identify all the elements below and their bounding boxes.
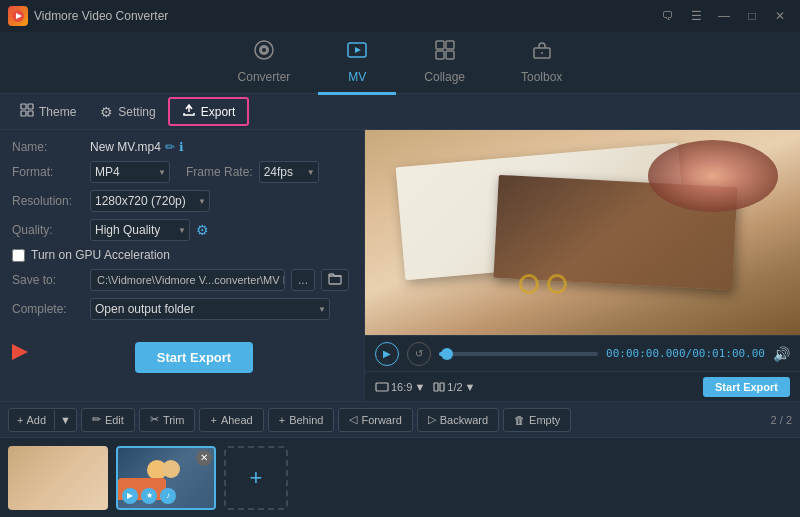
fps-select[interactable]: 24fps 25fps 30fps xyxy=(259,161,319,183)
svg-marker-6 xyxy=(355,47,361,53)
edit-label: Edit xyxy=(105,414,124,426)
trim-icon: ✂ xyxy=(150,413,159,426)
add-button[interactable]: + Add ▼ xyxy=(8,408,77,432)
add-btn-main[interactable]: + Add xyxy=(9,410,54,430)
name-info-icon[interactable]: ℹ xyxy=(179,140,184,154)
preview-panel xyxy=(365,130,800,335)
thumb2-icons: ▶ ★ ♪ xyxy=(122,488,176,504)
trim-button[interactable]: ✂ Trim xyxy=(139,408,196,432)
ahead-button[interactable]: + Ahead xyxy=(199,408,263,432)
add-label: Add xyxy=(26,414,46,426)
collage-label: Collage xyxy=(424,70,465,84)
preview-background xyxy=(365,130,800,335)
edit-button[interactable]: ✏ Edit xyxy=(81,408,135,432)
saveto-folder-button[interactable] xyxy=(321,269,349,291)
name-edit-icon[interactable]: ✏ xyxy=(165,140,175,154)
thumb-music-icon: ♪ xyxy=(160,488,176,504)
complete-select-wrapper: Open output folder Do nothing Shutdown xyxy=(90,298,330,320)
quality-select[interactable]: High Quality Medium Quality Low Quality xyxy=(90,219,190,241)
close-btn[interactable]: ✕ xyxy=(768,6,792,26)
titlebar: Vidmore Video Converter 🗨 ☰ — □ ✕ xyxy=(0,0,800,32)
menu-btn[interactable]: ☰ xyxy=(684,6,708,26)
content-area: Name: New MV.mp4 ✏ ℹ Format: MP4 AVI MOV… xyxy=(0,130,800,401)
saveto-dots-button[interactable]: ... xyxy=(291,269,315,291)
complete-label: Complete: xyxy=(12,302,84,316)
mv-icon xyxy=(346,39,368,66)
resolution-select[interactable]: 1280x720 (720p) 1920x1080 (1080p) 854x48… xyxy=(90,190,210,212)
behind-label: Behind xyxy=(289,414,323,426)
quality-row: Quality: High Quality Medium Quality Low… xyxy=(12,219,352,241)
format-select[interactable]: MP4 AVI MOV xyxy=(90,161,170,183)
ratio-button[interactable]: 16:9 ▼ xyxy=(375,381,425,393)
clip-chevron: ▼ xyxy=(465,381,476,393)
preview-wedding-cards xyxy=(365,130,800,335)
empty-button[interactable]: 🗑 Empty xyxy=(503,408,571,432)
format-select-wrapper: MP4 AVI MOV xyxy=(90,161,170,183)
nav-collage[interactable]: Collage xyxy=(396,31,493,95)
ratio-chevron: ▼ xyxy=(414,381,425,393)
timeline-thumb-2[interactable]: ▶ ★ ♪ ✕ xyxy=(116,446,216,510)
minimize-btn[interactable]: — xyxy=(712,6,736,26)
nav-toolbox[interactable]: Toolbox xyxy=(493,31,590,95)
add-clip-button[interactable]: + xyxy=(224,446,288,510)
format-label: Format: xyxy=(12,165,84,179)
titlebar-controls: 🗨 ☰ — □ ✕ xyxy=(656,6,792,26)
setting-button[interactable]: ⚙ Setting xyxy=(88,100,167,124)
progress-bar-container[interactable] xyxy=(439,352,598,356)
behind-icon: + xyxy=(279,414,285,426)
left-panel: Name: New MV.mp4 ✏ ℹ Format: MP4 AVI MOV… xyxy=(0,130,365,401)
page-count: 2 / 2 xyxy=(771,414,792,426)
svg-rect-19 xyxy=(440,383,444,391)
backward-button[interactable]: ▷ Backward xyxy=(417,408,499,432)
name-text: New MV.mp4 xyxy=(90,140,161,154)
maximize-btn[interactable]: □ xyxy=(740,6,764,26)
svg-point-4 xyxy=(262,48,266,52)
add-clip-icon: + xyxy=(250,465,263,491)
behind-button[interactable]: + Behind xyxy=(268,408,335,432)
converter-label: Converter xyxy=(238,70,291,84)
start-export-small-button[interactable]: Start Export xyxy=(703,377,790,397)
progress-dot xyxy=(441,348,453,360)
thumb2-close-button[interactable]: ✕ xyxy=(196,450,212,466)
add-btn-arrow[interactable]: ▼ xyxy=(54,410,76,430)
svg-rect-13 xyxy=(21,104,26,109)
resolution-label: Resolution: xyxy=(12,194,84,208)
backward-label: Backward xyxy=(440,414,488,426)
nav-mv[interactable]: MV xyxy=(318,31,396,95)
theme-icon xyxy=(20,103,34,120)
empty-icon: 🗑 xyxy=(514,414,525,426)
thumb-star-icon: ★ xyxy=(141,488,157,504)
thumb1-bg xyxy=(8,446,108,510)
start-export-main-button[interactable]: Start Export xyxy=(135,342,253,373)
timeline-thumb-1[interactable] xyxy=(8,446,108,510)
playback-bar-2: 16:9 ▼ 1/2 ▼ Start Export xyxy=(365,371,800,401)
resolution-row: Resolution: 1280x720 (720p) 1920x1080 (1… xyxy=(12,190,352,212)
playback-bar: ▶ ↺ 00:00:00.000/00:01:00.00 🔊 xyxy=(365,335,800,371)
saveto-label: Save to: xyxy=(12,273,84,287)
svg-rect-10 xyxy=(446,51,454,59)
titlebar-title: Vidmore Video Converter xyxy=(34,9,168,23)
message-btn[interactable]: 🗨 xyxy=(656,6,680,26)
flower-decoration xyxy=(648,140,779,212)
gpu-checkbox[interactable] xyxy=(12,249,25,262)
theme-label: Theme xyxy=(39,105,76,119)
nav-converter[interactable]: Converter xyxy=(210,31,319,95)
forward-button[interactable]: ◁ Forward xyxy=(338,408,412,432)
ahead-icon: + xyxy=(210,414,216,426)
complete-select[interactable]: Open output folder Do nothing Shutdown xyxy=(90,298,330,320)
play-button[interactable]: ▶ xyxy=(375,342,399,366)
sub-toolbar: Theme ⚙ Setting Export xyxy=(0,94,800,130)
volume-button[interactable]: 🔊 xyxy=(773,346,790,362)
bottom-toolbar: + Add ▼ ✏ Edit ✂ Trim + Ahead + Behind ◁… xyxy=(0,401,800,437)
complete-row: Complete: Open output folder Do nothing … xyxy=(12,298,352,320)
arrow-indicator xyxy=(12,344,28,360)
export-button[interactable]: Export xyxy=(168,97,250,126)
replay-button[interactable]: ↺ xyxy=(407,342,431,366)
svg-rect-15 xyxy=(21,111,26,116)
theme-button[interactable]: Theme xyxy=(8,99,88,124)
resolution-select-wrapper: 1280x720 (720p) 1920x1080 (1080p) 854x48… xyxy=(90,190,210,212)
ahead-label: Ahead xyxy=(221,414,253,426)
right-section: ▶ ↺ 00:00:00.000/00:01:00.00 🔊 16:9 ▼ xyxy=(365,130,800,401)
clip-counter-button[interactable]: 1/2 ▼ xyxy=(433,381,475,393)
quality-gear-button[interactable]: ⚙ xyxy=(196,222,209,238)
